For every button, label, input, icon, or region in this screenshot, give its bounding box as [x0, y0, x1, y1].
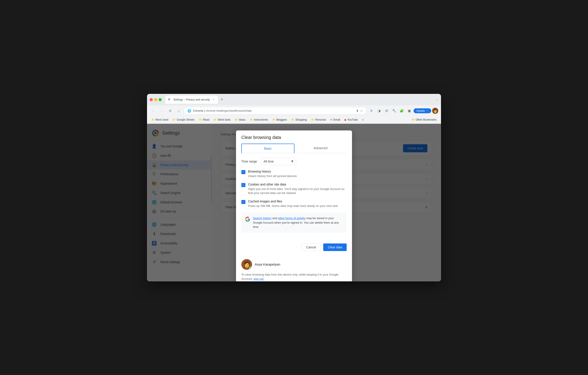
modal-title: Clear browsing data: [241, 135, 347, 140]
cached-images-item: ✓ Cached images and files Frees up 299 M…: [241, 200, 347, 208]
tab-advanced[interactable]: Advanced: [294, 143, 347, 153]
bookmarks-bar: 📁 Most Used 📁 Google Sheets 📁 Read 📁 Wor…: [147, 116, 441, 124]
cookies-desc: Signs you out of most sites. You'll stay…: [248, 187, 347, 195]
address-globe-icon: 🌐: [187, 109, 191, 112]
new-tab-button[interactable]: +: [219, 97, 225, 103]
modal-header: Clear browsing data Basic Advanced: [236, 131, 352, 153]
other-activity-link[interactable]: other forms of activity: [278, 216, 306, 220]
atdot-icon[interactable]: @: [383, 107, 390, 114]
checkmark-icon: ✓: [242, 171, 244, 174]
cached-images-checkbox[interactable]: ✓: [241, 200, 245, 204]
theme-icon[interactable]: ◑: [376, 107, 382, 114]
bookmark-read[interactable]: 📁 Read: [197, 117, 211, 122]
tab-close-button[interactable]: ×: [212, 98, 215, 101]
other-bookmarks[interactable]: 📁 Other Bookmarks: [410, 117, 438, 122]
folder-icon: 📁: [199, 118, 202, 121]
modal-body: Time range All time Last hour Last 24 ho…: [236, 153, 352, 242]
bookmark-instruments[interactable]: 📁 Instruments: [248, 117, 270, 122]
profile-name: Asya Karapetyan: [255, 263, 280, 266]
clear-data-button[interactable]: Clear data: [323, 243, 347, 251]
content-area: Settings 👤 You and Google 📋 Auto-fill 🔒 …: [147, 124, 441, 281]
address-bar[interactable]: 🌐 Chrome | chrome://settings/clearBrowse…: [184, 107, 367, 115]
tab-basic[interactable]: Basic: [241, 143, 294, 153]
bookmark-personal[interactable]: 📁 Personal: [309, 117, 327, 122]
close-button[interactable]: [150, 98, 153, 101]
modal-overlay: Clear browsing data Basic Advanced Time …: [147, 124, 441, 281]
profile-avatar[interactable]: 👩: [432, 108, 438, 114]
maximize-button[interactable]: [159, 98, 162, 101]
minimize-button[interactable]: [154, 98, 157, 101]
cookies-content: Cookies and other site data Signs you ou…: [248, 182, 347, 195]
folder-icon: 📁: [291, 118, 294, 121]
update-button[interactable]: Update ⋮: [414, 108, 431, 113]
youtube-icon: ▶: [345, 118, 346, 121]
folder-icon: 📁: [272, 118, 275, 121]
checkmark-icon: ✓: [242, 201, 244, 203]
toolbar-icons: A ◑ @ 🔧 🧩 ▣ Update ⋮ 👩: [368, 107, 438, 114]
search-history-link[interactable]: Search history: [253, 216, 272, 220]
bookmark-shopping[interactable]: 📁 Shopping: [290, 117, 308, 122]
folder-icon: 📁: [151, 118, 155, 121]
folder-icon: 📁: [412, 118, 415, 121]
bookmark-gmail[interactable]: ✉ Gmail: [328, 117, 342, 122]
bookmark-more[interactable]: »: [360, 117, 366, 122]
extensions-icon[interactable]: 🔧: [391, 107, 398, 114]
modal-tabs: Basic Advanced: [241, 143, 347, 153]
tab-favicon: ⚙: [168, 98, 171, 101]
google-info-box: Search history and other forms of activi…: [241, 213, 347, 233]
bookmark-label: Gmail: [333, 118, 340, 121]
google-info-and: and: [272, 216, 278, 220]
folder-icon: 📁: [311, 118, 314, 121]
more-bookmarks-label: »: [362, 118, 364, 121]
cached-images-content: Cached images and files Frees up 299 MB.…: [248, 200, 338, 208]
bookmark-label: Shopping: [295, 118, 307, 121]
bookmark-google-sheets[interactable]: 📁 Google Sheets: [171, 117, 196, 122]
profile-picture: 👩 ✓: [241, 259, 252, 270]
puzzle-icon[interactable]: 🧩: [399, 107, 405, 114]
bookmark-work-tools[interactable]: 📁 Work tools: [212, 117, 232, 122]
checkmark-icon: ✓: [242, 183, 244, 187]
sidebar-icon[interactable]: ▣: [406, 107, 413, 114]
cancel-button[interactable]: Cancel: [302, 243, 321, 251]
bookmark-icon[interactable]: ☆: [360, 109, 363, 112]
title-bar: ⚙ Settings – Privacy and security × + ⌄: [147, 94, 441, 105]
nav-bar: ← → ↺ ⌂ 🌐 Chrome | chrome://settings/cle…: [147, 105, 441, 116]
browsing-history-content: Browsing history Clears history from all…: [248, 170, 297, 178]
folder-icon: 📁: [235, 118, 238, 121]
bookmark-bloggers[interactable]: 📁 Bloggers: [271, 117, 289, 122]
bookmark-most-used[interactable]: 📁 Most Used: [150, 117, 170, 122]
address-path: chrome://settings/clearBrowserData: [206, 109, 252, 112]
bookmark-label: Most Used: [156, 118, 168, 121]
tabs-area: ⚙ Settings – Privacy and security × + ⌄: [165, 96, 438, 104]
bookmark-label: Personal: [315, 118, 326, 121]
browsing-history-checkbox[interactable]: ✓: [241, 170, 245, 174]
traffic-lights: [150, 98, 162, 101]
browsing-history-item: ✓ Browsing history Clears history from a…: [241, 170, 347, 178]
footer-note-end: .: [264, 277, 265, 281]
bookmark-ideas[interactable]: 📁 Ideas: [233, 117, 247, 122]
google-logo-svg: [245, 216, 250, 222]
time-range-select[interactable]: All time Last hour Last 24 hours Last 7 …: [261, 158, 296, 165]
share-icon[interactable]: ⬆: [356, 109, 359, 112]
modal-profile: 👩 ✓ Asya Karapetyan: [236, 255, 352, 270]
translate-icon[interactable]: A: [368, 107, 375, 114]
home-button[interactable]: ⌂: [175, 107, 182, 114]
bookmark-label: Work tools: [218, 118, 230, 121]
google-g-icon: [245, 216, 250, 222]
active-tab[interactable]: ⚙ Settings – Privacy and security ×: [165, 96, 218, 104]
google-info-text: Search history and other forms of activi…: [253, 216, 343, 229]
bookmark-label: Instruments: [254, 118, 268, 121]
address-text: Chrome | chrome://settings/clearBrowserD…: [193, 109, 354, 112]
reload-button[interactable]: ↺: [167, 107, 174, 114]
back-button[interactable]: ←: [150, 107, 157, 114]
sign-out-link[interactable]: sign out: [253, 277, 264, 281]
cookies-checkbox[interactable]: ✓: [241, 183, 245, 187]
address-domain: Chrome |: [193, 109, 206, 112]
tab-dropdown-button[interactable]: ⌄: [436, 98, 438, 101]
bookmark-youtube[interactable]: ▶ YouTube: [343, 117, 360, 122]
forward-button[interactable]: →: [158, 107, 165, 114]
other-bookmarks-label: Other Bookmarks: [416, 118, 437, 121]
modal-footer-note: To clear browsing data from this device …: [236, 270, 352, 281]
modal-footer: Cancel Clear data: [236, 242, 352, 255]
profile-status-indicator: ✓: [249, 267, 252, 270]
